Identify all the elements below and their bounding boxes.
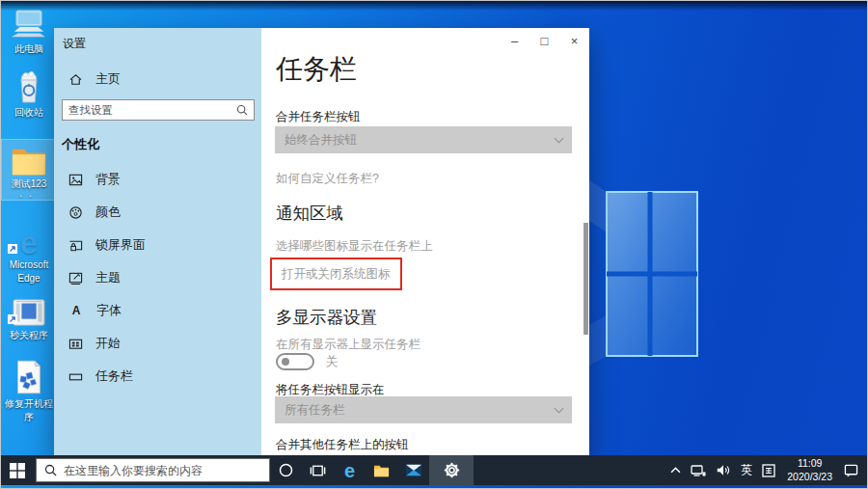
speaker-icon xyxy=(716,464,731,476)
close-button[interactable]: × xyxy=(559,28,589,53)
desktop-icon-label-line2: Edge xyxy=(2,273,56,285)
desktop-icon-edge[interactable]: e Microsoft Edge xyxy=(2,221,56,286)
task-view-button[interactable] xyxy=(302,455,334,485)
sidebar-item-label: 锁屏界面 xyxy=(95,236,146,254)
start-button[interactable] xyxy=(1,455,33,485)
toggle-knob xyxy=(282,358,289,366)
ime-grid-icon xyxy=(762,464,775,477)
multi-display-header: 多显示器设置 xyxy=(276,306,377,329)
lock-screen-icon xyxy=(68,238,83,253)
chevron-up-icon xyxy=(670,467,681,474)
repair-file-icon xyxy=(14,358,43,396)
page-title: 任务栏 xyxy=(276,51,357,88)
folder-icon xyxy=(11,146,47,177)
sidebar-item-start[interactable]: 开始 xyxy=(54,327,261,360)
mail-icon xyxy=(406,464,421,476)
hidden-icons-button[interactable] xyxy=(665,455,686,485)
desktop-icon-label: Microsoft xyxy=(2,259,56,271)
recycle-bin-icon xyxy=(14,70,43,105)
chevron-down-icon xyxy=(555,403,564,413)
network-button[interactable] xyxy=(686,455,711,485)
home-icon xyxy=(68,72,83,87)
search-icon xyxy=(236,104,248,116)
sidebar-item-fonts[interactable]: A 字体 xyxy=(54,294,261,327)
dropdown-value: 所有任务栏 xyxy=(285,402,556,419)
settings-sidebar: 设置 主页 个性化 xyxy=(54,28,261,455)
select-icons-link[interactable]: 选择哪些图标显示在任务栏上 xyxy=(276,238,433,255)
ime-keyboard-button[interactable] xyxy=(757,455,780,485)
sidebar-item-label: 开始 xyxy=(95,335,121,352)
show-taskbar-all-displays-toggle-row: 关 xyxy=(276,353,339,370)
sidebar-item-label: 主题 xyxy=(95,269,121,286)
minimize-button[interactable]: – xyxy=(500,28,529,53)
themes-icon xyxy=(68,271,83,285)
this-pc-icon xyxy=(11,9,47,41)
action-center-icon xyxy=(844,464,858,477)
desktop-icon-label-line2: 序 xyxy=(2,412,56,423)
system-tray: 英 11:09 2020/3/23 xyxy=(665,455,867,485)
annotation-highlight-box: 打开或关闭系统图标 xyxy=(270,258,402,290)
clock[interactable]: 11:09 2020/3/23 xyxy=(780,457,839,483)
customize-taskbar-help-link[interactable]: 如何自定义任务栏? xyxy=(276,171,379,187)
task-view-icon xyxy=(310,464,326,477)
settings-taskbar-button[interactable] xyxy=(429,455,474,485)
combine-buttons-dropdown[interactable]: 始终合并按钮 xyxy=(275,126,572,153)
network-icon xyxy=(691,464,706,477)
settings-search-input[interactable] xyxy=(68,104,236,116)
sidebar-item-background[interactable]: 背景 xyxy=(54,163,261,196)
taskbar-icon xyxy=(68,369,83,384)
edge-icon: e xyxy=(2,223,56,258)
notification-area-header: 通知区域 xyxy=(276,202,343,225)
scrollbar-thumb[interactable] xyxy=(583,223,588,335)
gear-icon xyxy=(444,462,460,478)
file-explorer-button[interactable] xyxy=(366,455,397,485)
toggle-switch[interactable] xyxy=(276,353,314,370)
volume-button[interactable] xyxy=(711,455,736,485)
clock-time: 11:09 xyxy=(787,457,832,471)
sidebar-nav: 背景 颜色 锁屏界面 xyxy=(54,163,261,393)
desktop-icon-recycle-bin[interactable]: 回收站 xyxy=(2,68,56,121)
chevron-down-icon xyxy=(555,133,564,143)
taskbar-search-input[interactable] xyxy=(64,464,261,477)
shortcut-arrow-icon xyxy=(8,240,17,258)
sidebar-item-taskbar[interactable]: 任务栏 xyxy=(54,360,261,393)
shortcut-arrow-icon xyxy=(8,311,17,328)
desktop-icon-this-pc[interactable]: 此电脑 xyxy=(2,5,56,57)
edge-icon: e xyxy=(344,462,355,479)
sidebar-item-lock-screen[interactable]: 锁屏界面 xyxy=(54,229,261,261)
windows-start-icon xyxy=(10,463,25,478)
desktop-icon-app-shortcut[interactable]: 秒关程序 xyxy=(2,291,56,343)
sidebar-item-themes[interactable]: 主题 xyxy=(54,261,261,294)
desktop-icon-label: 秒关程序 xyxy=(2,330,56,341)
wallpaper-top-shade xyxy=(1,1,867,11)
ime-language-button[interactable]: 英 xyxy=(736,455,757,485)
edge-e-glyph: e xyxy=(20,228,38,258)
action-center-button[interactable] xyxy=(839,455,867,485)
sidebar-item-label: 背景 xyxy=(95,171,121,188)
background-icon xyxy=(68,173,83,187)
sidebar-item-colors[interactable]: 颜色 xyxy=(54,196,261,229)
taskbar-search-box[interactable] xyxy=(36,458,270,482)
clock-date: 2020/3/23 xyxy=(787,471,832,484)
start-icon xyxy=(68,337,83,351)
sidebar-item-home[interactable]: 主页 xyxy=(68,70,121,88)
desktop-icon-repair-tool[interactable]: 修复开机程 序 xyxy=(2,360,56,425)
toggle-state-label: 关 xyxy=(326,354,339,370)
mail-button[interactable] xyxy=(397,455,429,485)
settings-search-box[interactable] xyxy=(62,99,255,121)
system-icons-link[interactable]: 打开或关闭系统图标 xyxy=(282,267,391,281)
desktop-icon-label: 修复开机程 xyxy=(2,398,56,410)
maximize-button[interactable]: □ xyxy=(529,28,559,53)
desktop-icon-label: 回收站 xyxy=(2,107,56,119)
window-title: 设置 xyxy=(63,36,86,52)
settings-content: – □ × 任务栏 合并任务栏按钮 始终合并按钮 如何自定义任务栏? 通知区域 … xyxy=(261,28,589,455)
cortana-button[interactable] xyxy=(270,455,302,485)
combine-other-taskbars-label: 合并其他任务栏上的按钮 xyxy=(276,437,409,453)
sidebar-item-label: 颜色 xyxy=(95,204,121,221)
show-buttons-on-dropdown[interactable]: 所有任务栏 xyxy=(275,396,572,423)
show-taskbar-all-displays-label: 在所有显示器上显示任务栏 xyxy=(276,337,420,353)
desktop-icon-test-folder[interactable]: 测试123 .. xyxy=(2,140,56,200)
cortana-icon xyxy=(279,463,293,477)
edge-taskbar-button[interactable]: e xyxy=(334,455,366,485)
sidebar-section-title: 个性化 xyxy=(62,136,99,153)
